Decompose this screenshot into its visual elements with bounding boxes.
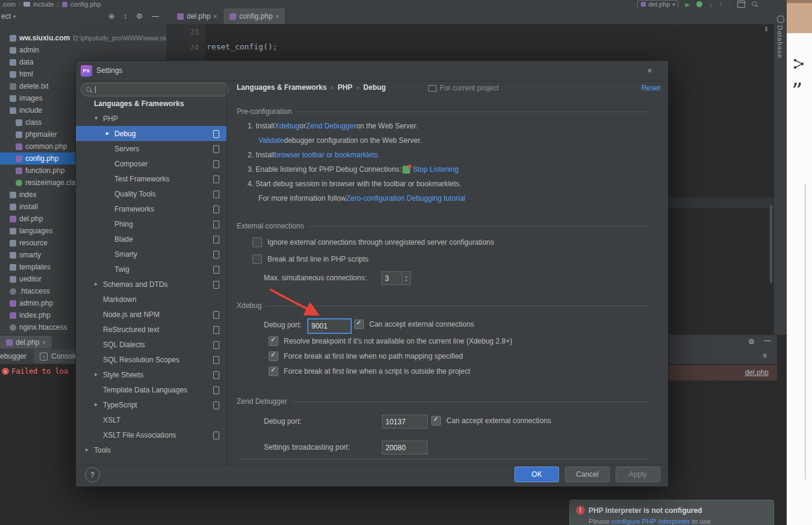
settings-tree-item-composer[interactable]: Composer xyxy=(76,156,226,171)
tab-label: del.php xyxy=(187,12,210,20)
settings-tree-item-test-frameworks[interactable]: Test Frameworks xyxy=(76,171,226,186)
editor-tab-del-php[interactable]: del.php × xyxy=(171,8,223,24)
locate-file-icon[interactable]: ⊕ xyxy=(108,12,114,20)
breadcrumb-segment[interactable]: Languages & Frameworks xyxy=(237,83,326,92)
debugger-tab[interactable]: ebugger xyxy=(0,352,27,360)
zend-port-field[interactable]: 10137 xyxy=(382,415,428,429)
run-configuration-combo[interactable]: del.php ▾ xyxy=(637,0,678,9)
dialog-title: Settings xyxy=(96,66,122,75)
settings-tree-item-frameworks[interactable]: Frameworks xyxy=(76,201,226,216)
file-label: images xyxy=(19,94,43,102)
settings-tree-item-style-sheets[interactable]: ▸Style Sheets xyxy=(76,367,226,382)
pin-icons[interactable]: ‖ xyxy=(765,26,767,33)
settings-tree-item-restructured-text[interactable]: ReStructured text xyxy=(76,322,226,337)
settings-tree-item-php[interactable]: ▾PHP xyxy=(76,111,226,126)
commit-icon[interactable]: ↑ xyxy=(719,1,723,8)
quote-icon[interactable]: ” xyxy=(792,80,802,102)
settings-tree-item-quality-tools[interactable]: Quality Tools xyxy=(76,186,226,201)
hide-panel-icon[interactable]: — xyxy=(152,12,159,20)
settings-tree-item-languages-frameworks[interactable]: Languages & Frameworks xyxy=(76,96,226,111)
close-icon[interactable]: × xyxy=(647,65,652,75)
cancel-button[interactable]: Cancel xyxy=(565,467,610,482)
link[interactable]: Stop Listening xyxy=(413,165,458,174)
settings-tree-item-twig[interactable]: Twig xyxy=(76,262,226,277)
broadcast-port-field[interactable]: 20080 xyxy=(382,441,428,454)
breadcrumb-file[interactable]: config.php xyxy=(70,1,101,8)
settings-tree-item-sql-resolution-scopes[interactable]: SQL Resolution Scopes xyxy=(76,352,226,367)
frame-row[interactable]: del.php xyxy=(667,365,777,380)
gear-icon[interactable]: ⚙ xyxy=(136,12,143,20)
database-stripe-button[interactable]: Database xyxy=(776,25,784,58)
project-root-row[interactable]: ww.siuxiu.com D:\phpstudy_pro\WWW\www.si… xyxy=(0,32,166,44)
expand-arrow-icon[interactable]: ▸ xyxy=(106,130,109,136)
help-button[interactable]: ? xyxy=(85,467,100,482)
link[interactable]: browser toolbar or bookmarklets. xyxy=(275,151,380,159)
checkbox-checked[interactable] xyxy=(431,416,441,426)
settings-tree-item-debug[interactable]: ▸Debug xyxy=(76,126,226,141)
checkbox[interactable] xyxy=(252,237,262,247)
scrollbar[interactable] xyxy=(805,184,806,479)
settings-tree-item-node-js-and-npm[interactable]: Node.js and NPM xyxy=(76,307,226,322)
settings-tree-item-typescript[interactable]: ▸TypeScript xyxy=(76,397,226,412)
checkbox-checked[interactable] xyxy=(269,351,278,361)
ok-button[interactable]: OK xyxy=(514,467,559,482)
checkbox-checked[interactable] xyxy=(354,319,364,329)
arrow-down-icon[interactable]: ▼ xyxy=(405,278,408,282)
link[interactable]: Zero-configuration Debugging tutorial xyxy=(346,194,465,203)
max-connections-spinner[interactable]: 3 ▲▼ xyxy=(381,271,411,285)
expand-arrow-icon[interactable]: ▸ xyxy=(95,280,98,287)
settings-tree-item-blade[interactable]: Blade xyxy=(76,231,226,247)
update-project-icon[interactable]: ↓ xyxy=(709,1,713,8)
breadcrumb-folder[interactable]: include xyxy=(33,1,54,8)
breadcrumb-root[interactable]: .com xyxy=(1,1,16,8)
link[interactable]: Xdebug xyxy=(275,122,299,130)
editor-tab-config-php[interactable]: config.php × xyxy=(223,8,286,24)
spinner-arrows[interactable]: ▲▼ xyxy=(402,272,410,285)
editor-scrollbar[interactable] xyxy=(770,205,772,283)
expand-arrow-icon[interactable]: ▸ xyxy=(95,371,98,377)
configure-interpreter-link[interactable]: configure PHP Interpreter xyxy=(611,518,690,525)
close-icon[interactable]: × xyxy=(276,13,280,20)
settings-tree-item-template-data-languages[interactable]: Template Data Languages xyxy=(76,382,226,397)
frame-file-link[interactable]: del.php xyxy=(745,368,769,377)
settings-tree-item-tools[interactable]: ▸Tools xyxy=(76,442,226,457)
gear-icon[interactable]: ⚙ xyxy=(748,338,755,346)
checkbox-checked[interactable] xyxy=(269,336,278,346)
checkbox[interactable] xyxy=(252,254,262,264)
link[interactable]: Validate xyxy=(258,136,284,145)
expand-collapse-icon[interactable]: ↕ xyxy=(123,12,127,20)
tool-windows-icon[interactable] xyxy=(737,1,745,8)
settings-tree-item-smarty[interactable]: Smarty xyxy=(76,247,226,262)
expand-arrow-icon[interactable]: ▾ xyxy=(95,115,98,121)
run-button[interactable]: ▶ xyxy=(685,1,690,8)
xdebug-port-field[interactable]: 9001 xyxy=(307,318,352,334)
close-icon[interactable]: × xyxy=(213,13,217,20)
dialog-titlebar[interactable]: PS Settings × xyxy=(76,61,668,81)
share-icon[interactable] xyxy=(793,58,805,70)
settings-tree-item-markdown[interactable]: Markdown xyxy=(76,292,226,307)
link[interactable]: Zend Debugger xyxy=(306,122,356,130)
expand-arrow-icon[interactable]: ▸ xyxy=(86,446,89,453)
project-toolwindow-header[interactable]: ect ▾ xyxy=(1,8,16,24)
settings-tree-item-xslt[interactable]: XSLT xyxy=(76,412,226,427)
settings-tree-item-schemas-and-dtds[interactable]: ▸Schemas and DTDs xyxy=(76,277,226,292)
breadcrumb-segment[interactable]: Debug xyxy=(363,83,386,92)
hide-panel-icon[interactable]: — xyxy=(764,336,771,345)
close-icon[interactable]: × xyxy=(42,339,46,346)
checkbox-checked[interactable] xyxy=(269,366,278,376)
settings-search-input[interactable] xyxy=(81,83,229,96)
apply-button[interactable]: Apply xyxy=(616,467,660,482)
settings-tree-item-sql-dialects[interactable]: SQL Dialects xyxy=(76,337,226,352)
settings-tree-item-xslt-file-associations[interactable]: XSLT File Associations xyxy=(76,427,226,442)
settings-tree-item-servers[interactable]: Servers xyxy=(76,141,226,156)
search-everywhere-icon[interactable] xyxy=(752,1,758,7)
notification-balloon[interactable]: ! PHP Interpreter is not configured Plea… xyxy=(569,500,774,525)
menu-icon[interactable]: ≡ xyxy=(763,351,767,360)
breadcrumb-segment[interactable]: PHP xyxy=(337,83,352,92)
reset-link[interactable]: Reset xyxy=(642,84,660,92)
debug-button[interactable] xyxy=(696,1,702,7)
project-tree-item-admin[interactable]: admin xyxy=(0,44,166,56)
settings-tree-item-phing[interactable]: Phing xyxy=(76,216,226,231)
debug-session-tab[interactable]: del.php × xyxy=(0,336,52,349)
expand-arrow-icon[interactable]: ▸ xyxy=(95,401,98,407)
